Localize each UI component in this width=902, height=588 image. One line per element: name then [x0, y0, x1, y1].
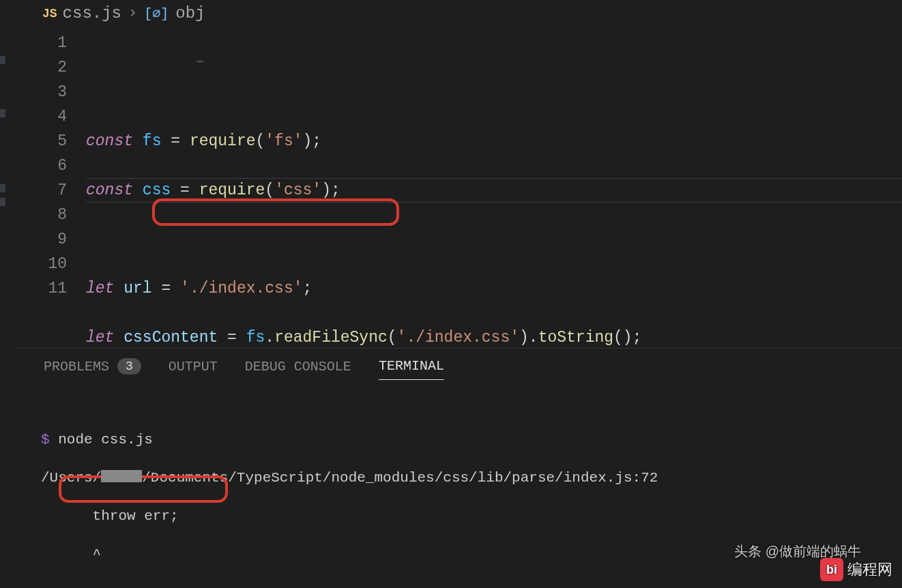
- line-number: 10: [16, 252, 67, 276]
- terminal-command: node css.js: [58, 432, 153, 447]
- method: readFileSync: [274, 329, 388, 347]
- watermark-text: 头条 @做前端的蜗牛: [734, 544, 861, 559]
- tab-label: PROBLEMS: [44, 359, 109, 374]
- tab-problems[interactable]: PROBLEMS 3: [44, 358, 141, 380]
- line-number: 5: [16, 129, 67, 153]
- change-marker: [0, 56, 5, 64]
- function-call: require: [190, 132, 256, 150]
- punctuation: ;: [331, 181, 340, 199]
- variable: cssContent: [123, 329, 218, 347]
- line-number: 8: [16, 203, 67, 227]
- prompt-symbol: $: [41, 432, 50, 447]
- operator: =: [227, 329, 237, 347]
- change-marker: [0, 184, 5, 192]
- redacted-text: [101, 470, 142, 482]
- code-hint-dots: ⋯: [197, 50, 205, 74]
- punctuation: ;: [312, 132, 321, 150]
- change-marker: [0, 198, 5, 206]
- editor-gutter: [0, 0, 16, 588]
- line-numbers: 1 2 3 4 5 6 7 8 9 10 11: [16, 29, 86, 348]
- string: './index.css': [180, 280, 302, 297]
- line-number: 6: [16, 153, 67, 178]
- annotation-box: [152, 199, 399, 226]
- breadcrumb-file[interactable]: css.js: [63, 4, 121, 23]
- change-marker: [0, 109, 5, 117]
- code-content[interactable]: ⋯ const fs = require('fs'); const css = …: [86, 29, 902, 348]
- tab-debug-console[interactable]: DEBUG CONSOLE: [245, 358, 351, 380]
- object: fs: [246, 329, 265, 347]
- terminal-text: throw err;: [41, 507, 861, 526]
- punctuation: .: [529, 329, 538, 347]
- line-number: 4: [16, 104, 67, 129]
- punctuation: ;: [303, 280, 312, 297]
- keyword: const: [86, 181, 133, 199]
- keyword: const: [86, 132, 133, 150]
- line-number: 1: [16, 31, 67, 55]
- tab-label: OUTPUT: [169, 359, 218, 374]
- keyword: let: [86, 280, 114, 297]
- terminal-text: /Users/: [41, 470, 101, 486]
- watermark-site: bi 编程网: [820, 558, 892, 581]
- punctuation: ;: [632, 329, 642, 347]
- operator: =: [180, 181, 190, 199]
- symbol-variable-icon: [⌀]: [144, 5, 169, 22]
- tab-terminal[interactable]: TERMINAL: [379, 358, 444, 380]
- line-number: 11: [16, 276, 67, 301]
- operator: =: [171, 132, 180, 150]
- line-number: 2: [16, 55, 67, 80]
- watermark-logo-icon: bi: [820, 558, 843, 581]
- line-number: 3: [16, 80, 67, 104]
- main-area: JS css.js › [⌀] obj 1 2 3 4 5 6 7 8 9 10…: [16, 0, 902, 588]
- line-number: 9: [16, 227, 67, 252]
- file-type-badge: JS: [42, 7, 57, 20]
- variable: fs: [143, 132, 162, 150]
- panel-tabs: PROBLEMS 3 OUTPUT DEBUG CONSOLE TERMINAL: [16, 349, 902, 388]
- breadcrumb-symbol[interactable]: obj: [175, 4, 205, 23]
- code-editor[interactable]: 1 2 3 4 5 6 7 8 9 10 11 ⋯ const fs = req…: [16, 29, 902, 348]
- problems-count-badge: 3: [117, 358, 141, 374]
- terminal-text: /Documents/TypeScript/node_modules/css/l…: [142, 470, 658, 486]
- tab-label: DEBUG CONSOLE: [245, 359, 351, 374]
- tab-output[interactable]: OUTPUT: [169, 358, 218, 380]
- operator: =: [161, 280, 171, 297]
- punctuation: .: [265, 329, 274, 347]
- variable: url: [123, 280, 151, 297]
- breadcrumb[interactable]: JS css.js › [⌀] obj: [16, 0, 902, 29]
- string: './index.css': [397, 329, 519, 347]
- function-call: require: [199, 181, 265, 199]
- chevron-right-icon: ›: [128, 5, 137, 22]
- variable: css: [143, 181, 171, 199]
- line-number: 7: [16, 178, 67, 203]
- tab-label: TERMINAL: [379, 358, 444, 374]
- string: 'fs': [265, 132, 302, 150]
- watermark-text: 编程网: [847, 559, 892, 580]
- string: 'css': [274, 181, 321, 199]
- keyword: let: [86, 329, 114, 347]
- method: toString: [538, 329, 613, 347]
